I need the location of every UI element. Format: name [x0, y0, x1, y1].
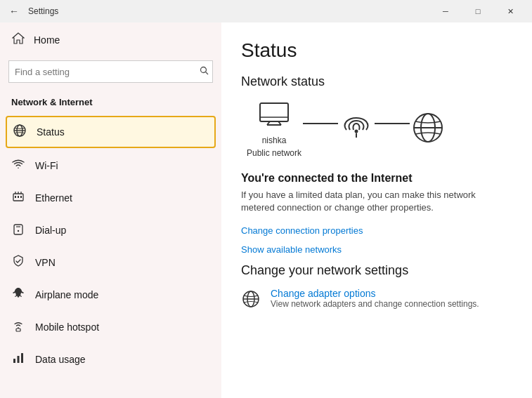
search-icon: [200, 66, 209, 77]
window-controls: ─ □ ✕: [429, 0, 526, 22]
svg-rect-19: [21, 353, 23, 363]
minimize-button[interactable]: ─: [429, 0, 462, 22]
sidebar-item-dialup[interactable]: Dial-up: [0, 214, 221, 246]
ethernet-label: Ethernet: [35, 192, 72, 204]
titlebar: ← Settings ─ □ ✕: [0, 0, 532, 22]
sidebar-item-hotspot[interactable]: Mobile hotspot: [0, 311, 221, 343]
svg-point-13: [18, 230, 19, 232]
airplane-label: Airplane mode: [35, 289, 98, 300]
svg-rect-17: [13, 359, 15, 363]
data-usage-icon: [11, 351, 25, 368]
network-type-label: Public network: [247, 148, 301, 158]
show-networks-link[interactable]: Show available networks: [241, 244, 512, 255]
svg-rect-18: [18, 356, 20, 363]
adapter-options-item: Change adapter options View network adap…: [241, 288, 512, 313]
ethernet-icon: [11, 190, 25, 206]
home-label: Home: [34, 34, 60, 46]
search-container: [8, 60, 213, 83]
network-line-2: [375, 123, 410, 124]
dialup-icon: [11, 222, 25, 239]
connected-title: You're connected to the Internet: [241, 172, 512, 185]
hotspot-label: Mobile hotspot: [35, 321, 99, 333]
home-icon: [11, 32, 25, 48]
svg-rect-20: [260, 103, 288, 121]
sidebar: Home Network & Internet: [0, 22, 221, 398]
internet-icon: [411, 111, 445, 149]
computer-icon: [257, 102, 291, 133]
sidebar-item-datausage[interactable]: Data usage: [0, 343, 221, 376]
adapter-options-text: Change adapter options View network adap…: [271, 288, 479, 309]
network-name-label: nishka: [262, 135, 287, 145]
home-nav-item[interactable]: Home: [0, 22, 221, 58]
sidebar-item-status[interactable]: Status: [6, 116, 216, 148]
adapter-options-title[interactable]: Change adapter options: [271, 288, 479, 299]
wifi-icon: [11, 157, 25, 174]
dialup-label: Dial-up: [35, 225, 66, 236]
network-diagram: nishka Public network: [241, 102, 512, 158]
svg-rect-11: [20, 196, 22, 198]
svg-rect-12: [14, 225, 22, 234]
svg-line-1: [206, 72, 208, 74]
svg-point-26: [355, 130, 358, 133]
svg-point-0: [201, 67, 207, 73]
vpn-icon: [11, 254, 25, 271]
datausage-label: Data usage: [35, 354, 86, 365]
svg-rect-10: [18, 196, 19, 198]
adapter-options-desc: View network adapters and change connect…: [271, 299, 479, 309]
main-panel: Status Network status: [221, 22, 532, 398]
svg-rect-9: [15, 196, 16, 198]
computer-node: nishka Public network: [247, 102, 301, 158]
page-title: Status: [241, 39, 512, 62]
change-connection-link[interactable]: Change connection properties: [241, 225, 512, 236]
router-icon: [339, 114, 373, 145]
wifi-label: Wi-Fi: [35, 160, 58, 171]
status-icon: [13, 124, 27, 140]
network-line-1: [303, 123, 338, 124]
back-button[interactable]: ←: [6, 3, 22, 20]
close-button[interactable]: ✕: [494, 0, 526, 22]
router-node: [339, 114, 373, 145]
section-title: Network & Internet: [0, 91, 221, 114]
settings-window: ← Settings ─ □ ✕ Home: [0, 0, 532, 398]
hotspot-icon: [11, 319, 25, 336]
vpn-label: VPN: [35, 257, 56, 268]
connected-desc: If you have a limited data plan, you can…: [241, 189, 508, 214]
sidebar-item-wifi[interactable]: Wi-Fi: [0, 150, 221, 182]
network-status-title: Network status: [241, 74, 512, 89]
window-title: Settings: [22, 6, 429, 16]
search-input[interactable]: [8, 60, 213, 83]
adapter-icon: [241, 289, 261, 313]
sidebar-item-ethernet[interactable]: Ethernet: [0, 182, 221, 214]
airplane-icon: [11, 286, 25, 303]
sidebar-item-vpn[interactable]: VPN: [0, 246, 221, 279]
main-content: Home Network & Internet: [0, 22, 532, 398]
maximize-button[interactable]: □: [462, 0, 494, 22]
status-label: Status: [37, 126, 65, 138]
change-settings-title: Change your network settings: [241, 263, 512, 278]
svg-rect-15: [16, 329, 20, 331]
sidebar-item-airplane[interactable]: Airplane mode: [0, 279, 221, 311]
internet-node: [411, 111, 445, 149]
